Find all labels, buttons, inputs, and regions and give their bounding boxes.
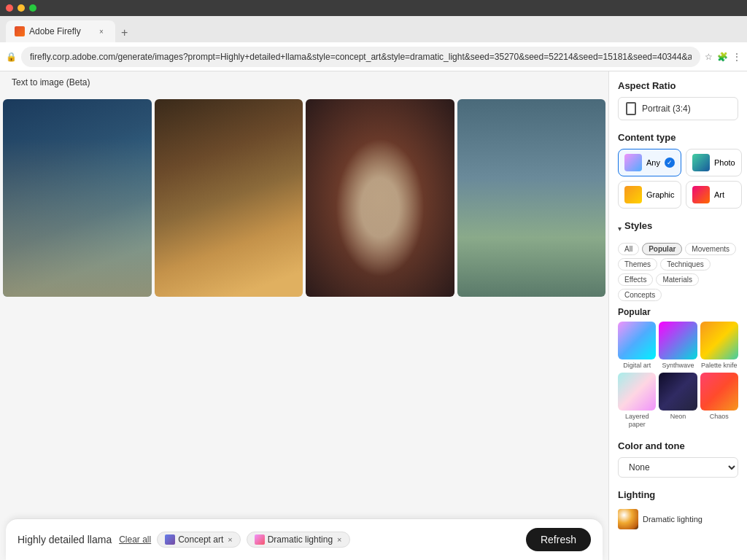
chaos-thumb <box>700 373 738 411</box>
style-digital-art[interactable]: Digital art <box>618 322 656 370</box>
tab-favicon <box>15 26 25 36</box>
aspect-ratio-section: Aspect Ratio Portrait (3:4) <box>618 80 738 120</box>
style-synthwave[interactable]: Synthwave <box>659 322 697 370</box>
content-type-art[interactable]: Art <box>686 181 742 209</box>
popular-styles-title: Popular <box>618 307 738 317</box>
lock-icon: 🔒 <box>6 52 17 62</box>
menu-icon[interactable]: ⋮ <box>732 52 741 62</box>
bottom-bar: Highly detailed llama Clear all Concept … <box>6 518 603 560</box>
styles-grid: Digital art Synthwave Palette knife Laye… <box>618 322 738 429</box>
color-tone-title: Color and tone <box>618 440 738 451</box>
neon-thumb <box>659 373 697 411</box>
lighting-item[interactable]: Dramatic lighting <box>618 506 738 532</box>
style-neon[interactable]: Neon <box>659 373 697 429</box>
refresh-button[interactable]: Refresh <box>526 528 591 551</box>
graphic-label: Graphic <box>646 190 675 199</box>
styles-title: Styles <box>624 220 652 231</box>
style-filter-effects[interactable]: Effects <box>618 273 653 286</box>
art-thumb <box>692 186 710 203</box>
address-bar: 🔒 ☆ 🧩 ⋮ <box>0 42 747 71</box>
minimize-window-dot[interactable] <box>18 4 25 12</box>
content-type-photo[interactable]: Photo <box>686 149 742 176</box>
url-input[interactable] <box>21 47 700 67</box>
dramatic-lighting-tag-remove[interactable]: × <box>337 535 341 544</box>
digital-art-thumb <box>618 322 656 359</box>
digital-art-label: Digital art <box>623 362 651 370</box>
portrait-icon <box>626 102 636 115</box>
concept-art-tag-icon <box>165 534 175 545</box>
content-type-title: Content type <box>618 132 738 143</box>
app-header: Text to image (Beta) <box>0 71 608 93</box>
style-filter-themes[interactable]: Themes <box>618 258 657 271</box>
dramatic-lighting-thumb <box>618 509 638 529</box>
tab-bar: Adobe Firefly × + <box>0 16 747 42</box>
style-palette[interactable]: Palette knife <box>700 322 738 370</box>
graphic-thumb <box>624 186 642 203</box>
dramatic-lighting-tag-label: Dramatic lighting <box>268 534 333 545</box>
palette-thumb <box>700 322 738 359</box>
browser-chrome <box>0 0 747 16</box>
palette-label: Palette knife <box>701 362 738 370</box>
lighting-value: Dramatic lighting <box>643 515 703 524</box>
prompt-text: Highly detailed llama <box>18 534 112 545</box>
generated-image-1[interactable] <box>3 99 152 297</box>
tab-title: Adobe Firefly <box>29 26 81 36</box>
color-tone-section: Color and tone None <box>618 440 738 478</box>
extensions-icon[interactable]: 🧩 <box>717 52 728 62</box>
concept-art-tag-label: Concept art <box>178 534 223 545</box>
synthwave-label: Synthwave <box>662 362 694 370</box>
styles-section-header[interactable]: ▾ Styles <box>618 220 738 237</box>
lighting-section: Lighting Dramatic lighting <box>618 489 738 532</box>
bookmark-icon[interactable]: ☆ <box>705 52 713 62</box>
style-filter-techniques[interactable]: Techniques <box>660 258 711 271</box>
style-filter-all[interactable]: All <box>618 243 639 255</box>
new-tab-button[interactable]: + <box>115 23 133 42</box>
dramatic-lighting-tag[interactable]: Dramatic lighting × <box>247 532 350 548</box>
any-thumb <box>624 154 642 171</box>
style-filter-materials[interactable]: Materials <box>656 273 699 286</box>
concept-art-tag[interactable]: Concept art × <box>157 532 240 548</box>
aspect-ratio-value: Portrait (3:4) <box>642 104 691 114</box>
tab-close-button[interactable]: × <box>96 26 107 36</box>
tags-area: Clear all Concept art × Dramatic lightin… <box>119 532 519 548</box>
image-grid <box>3 93 605 518</box>
clear-all-button[interactable]: Clear all <box>119 534 151 545</box>
neon-label: Neon <box>670 413 686 421</box>
synthwave-thumb <box>659 322 697 359</box>
style-filter-concepts[interactable]: Concepts <box>618 289 662 301</box>
layered-paper-label: Layered paper <box>618 413 656 429</box>
page-title: Text to image (Beta) <box>12 77 90 88</box>
app-container: Text to image (Beta) Highly detailed lla… <box>0 71 747 560</box>
close-window-dot[interactable] <box>6 4 13 12</box>
generated-image-2[interactable] <box>155 99 303 297</box>
maximize-window-dot[interactable] <box>29 4 36 12</box>
concept-art-tag-remove[interactable]: × <box>228 535 232 544</box>
active-tab[interactable]: Adobe Firefly × <box>6 20 115 42</box>
photo-thumb <box>692 154 710 171</box>
color-tone-select[interactable]: None <box>618 457 738 478</box>
content-type-graphic[interactable]: Graphic <box>618 181 681 209</box>
layered-paper-thumb <box>618 373 656 411</box>
lighting-title: Lighting <box>618 489 738 500</box>
main-content: Text to image (Beta) Highly detailed lla… <box>0 71 608 560</box>
style-layered-paper[interactable]: Layered paper <box>618 373 656 429</box>
styles-section: ▾ Styles All Popular Movements Themes Te… <box>618 220 738 429</box>
aspect-ratio-selector[interactable]: Portrait (3:4) <box>618 97 738 120</box>
styles-collapse-icon: ▾ <box>618 225 622 233</box>
photo-label: Photo <box>714 158 735 167</box>
style-chaos[interactable]: Chaos <box>700 373 738 429</box>
art-label: Art <box>714 190 724 199</box>
generated-image-3[interactable] <box>306 99 454 297</box>
aspect-ratio-title: Aspect Ratio <box>618 80 738 91</box>
style-filter-movements[interactable]: Movements <box>685 243 736 255</box>
dramatic-lighting-tag-icon <box>255 534 265 545</box>
browser-dots <box>6 4 36 12</box>
any-label: Any <box>646 158 660 167</box>
generated-image-4[interactable] <box>457 99 606 297</box>
content-type-section: Content type Any ✓ Photo Graphic Art <box>618 132 738 209</box>
content-type-any[interactable]: Any ✓ <box>618 149 681 176</box>
chaos-label: Chaos <box>710 413 729 421</box>
any-check: ✓ <box>665 158 675 168</box>
style-filter-tags: All Popular Movements Themes Techniques … <box>618 243 738 301</box>
style-filter-popular[interactable]: Popular <box>642 243 682 255</box>
